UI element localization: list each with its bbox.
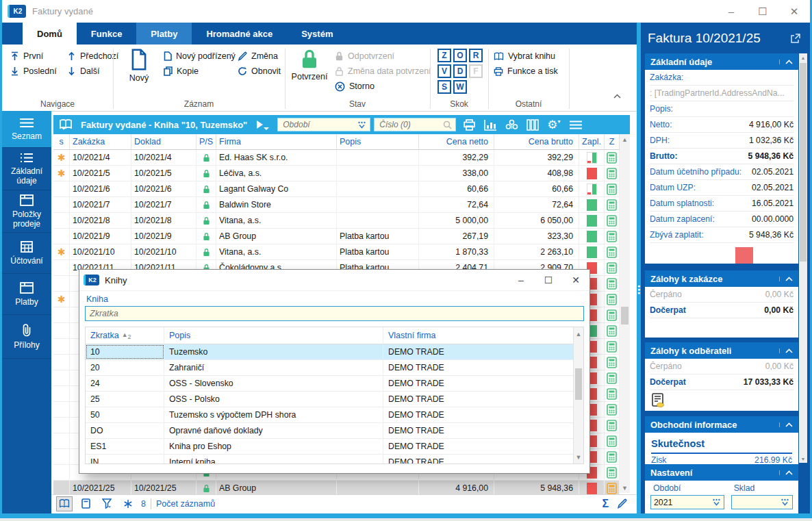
books-scroll-thumb[interactable] [575,368,582,400]
edit-pencil-icon[interactable] [617,498,627,509]
storno-button[interactable]: Storno [335,79,375,94]
sidebar-item-uctovani[interactable]: Účtování [2,233,51,274]
dropdown-dots-icon[interactable] [357,121,366,129]
key-z[interactable]: Z [437,49,451,62]
confirm-button[interactable]: Potvrzení [290,49,329,81]
panel-scroll-up[interactable]: ▲ [799,53,807,62]
function-print-button[interactable]: Funkce a tisk [494,64,558,79]
table-row[interactable]: ✱10/2021/410/2021/4Ed. Haas SK s.r.o.392… [53,150,620,166]
print-icon[interactable] [463,119,476,131]
open-external-icon[interactable] [790,34,800,44]
chevron-up-icon[interactable] [779,470,793,475]
col-cena-brutto[interactable]: Cena brutto [494,134,579,149]
filter-icon[interactable] [99,496,115,511]
select-book-button[interactable]: Vybrat knihu [494,49,555,64]
section-header[interactable]: Zálohy k odběrateli [645,342,798,359]
columns-icon[interactable] [526,119,539,131]
book-row[interactable]: INInterní knihaDEMO TRADE [86,455,583,464]
dialog-close-button[interactable]: ✕ [562,270,589,290]
key-o[interactable]: O [453,49,467,62]
col-firma[interactable]: Firma [216,134,337,149]
dialog-minimize-button[interactable]: – [507,270,535,290]
sidebar-item-prilohy[interactable]: Přílohy [2,315,51,359]
last-button[interactable]: Poslední [10,64,57,79]
books-scrollbar[interactable]: ▲ ▼ [573,327,583,463]
table-row[interactable]: 10/2021/810/2021/8Vitana, a.s.5 000,006 … [53,213,620,229]
table-vertical-scrollbar[interactable]: ▲ ▼ [620,134,630,493]
book-row[interactable]: ES1Kniha pro EshopDEMO TRADE [86,439,583,455]
advance-document-icon[interactable] [650,393,798,408]
col-popis[interactable]: Popis [164,327,383,344]
book-row[interactable]: 20ZahraničíDEMO TRADE [86,360,583,376]
gear-icon[interactable]: ⚙▾ [547,119,560,131]
refresh-button[interactable]: Obnovit [238,64,281,79]
tab-system[interactable]: Systém [287,23,347,45]
col-zakazka[interactable]: Zakázka [70,134,131,149]
chevron-up-icon[interactable] [779,277,793,281]
related-records-icon[interactable] [505,119,518,131]
col-zapl[interactable]: Zapl. [579,134,605,149]
col-s[interactable]: s [53,134,70,149]
close-button[interactable]: ✕ [778,0,810,23]
stock-combobox[interactable] [731,495,793,509]
panel-scroll-thumb[interactable] [800,63,807,262]
book-row[interactable]: DOOpravné daňové dokladyDEMO TRADE [86,423,583,439]
sidebar-item-seznam[interactable]: Seznam [2,111,51,148]
book-row[interactable]: 25OSS - PolskoDEMO TRADE [86,392,583,407]
table-row[interactable]: 10/2021/710/2021/7Baldwin Store72,6472,6… [53,197,620,213]
panel-scroll-down[interactable]: ▼ [799,455,807,463]
book-search-input[interactable] [86,307,583,320]
tab-domu[interactable]: Domů [23,23,77,45]
key-r[interactable]: R [469,49,483,62]
sidebar-item-zakladni-udaje[interactable]: Základní údaje [2,148,51,190]
col-zkratka[interactable]: Zkratka ▲2 [86,327,164,344]
minimize-button[interactable]: – [715,0,747,23]
first-button[interactable]: První [10,49,43,64]
book-select-icon[interactable] [59,119,73,130]
book-row[interactable]: 24OSS - SlovenskoDEMO TRADE [86,376,583,392]
section-header[interactable]: Nastavení [645,464,798,481]
previous-button[interactable]: Předchozí [67,49,118,64]
section-header[interactable]: Základní údaje [645,53,798,70]
number-filter-input[interactable] [378,119,443,130]
section-header[interactable]: Zálohy k zakázce [645,270,798,287]
period-filter-input[interactable] [281,119,357,130]
key-w[interactable]: W [453,80,467,94]
table-row[interactable]: ✱10/2021/1010/2021/10Vitana, a.s.Platba … [53,244,620,260]
sum-icon[interactable]: Σ [602,498,609,510]
col-vlastni-firma[interactable]: Vlastní firma [383,327,583,344]
tab-platby[interactable]: Platby [136,23,192,45]
copy-button[interactable]: Kopie [164,64,199,79]
snowflake-icon[interactable] [120,496,136,511]
book-view-toggle[interactable] [56,496,73,511]
table-row[interactable]: 10/2021/910/2021/9AB GroupPlatba kartou2… [53,229,620,244]
col-popis[interactable]: Popis [337,134,419,149]
books-scroll-up[interactable]: ▲ [574,329,583,339]
chevron-up-icon[interactable] [779,60,793,64]
splitter-handle[interactable]: ●●● [637,284,640,294]
section-header[interactable]: Obchodní informace [645,416,798,433]
sidebar-item-polozky-prodeje[interactable]: Položky prodeje [2,190,51,233]
book-row[interactable]: 10TuzemskoDEMO TRADE [86,344,583,360]
play-filter-icon[interactable] [257,120,269,129]
panel-scrollbar[interactable]: ▲ ▼ [799,53,807,463]
period-combobox[interactable]: 2021 [650,495,724,509]
book-row[interactable]: 50Tuzemsko s výpočtem DPH shoraDEMO TRAD… [86,407,583,423]
scroll-up-arrow[interactable]: ▲ [620,134,630,144]
col-cena-netto[interactable]: Cena netto [419,134,494,149]
scroll-down-arrow[interactable]: ▼ [620,483,630,493]
dialog-maximize-button[interactable]: ☐ [535,270,562,290]
sidebar-item-platby[interactable]: Platby [2,274,51,315]
scroll-thumb[interactable] [621,307,629,325]
card-view-toggle[interactable] [77,496,94,511]
menu-hamburger-icon[interactable] [569,120,583,129]
magnifier-icon[interactable] [443,120,452,129]
chevron-up-icon[interactable] [779,422,793,427]
table-row[interactable]: ✱10/2021/510/2021/5Léčiva, a.s.338,00408… [53,166,620,181]
new-button[interactable]: Nový [123,49,155,83]
next-button[interactable]: Další [67,64,99,79]
key-s[interactable]: S [437,80,451,94]
new-child-button[interactable]: Nový podřízený [164,49,236,64]
key-d[interactable]: D [453,64,467,78]
key-v[interactable]: V [437,64,451,78]
